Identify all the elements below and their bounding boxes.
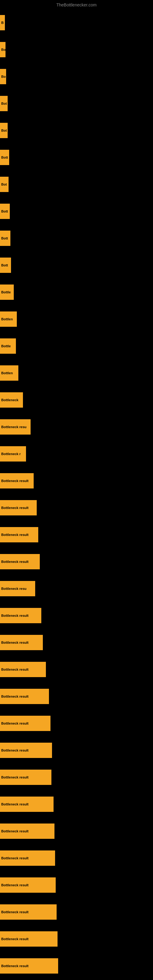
bottleneck-bar: Bottleneck result bbox=[0, 824, 54, 839]
bottleneck-bar: Bottlen bbox=[0, 312, 17, 327]
bottleneck-bar: Bottleneck result bbox=[0, 473, 33, 488]
bar-label: Bottleneck resu bbox=[1, 425, 27, 429]
bar-wrapper: Bottle bbox=[0, 281, 14, 303]
bar-row: Bottleneck result bbox=[0, 764, 153, 791]
bar-label: Bottlen bbox=[1, 317, 13, 321]
bottleneck-bar: Bottle bbox=[0, 339, 16, 354]
bar-label: Bott bbox=[1, 156, 8, 159]
bar-label: Bottleneck result bbox=[1, 479, 29, 483]
bar-label: Bot bbox=[1, 102, 7, 105]
bar-row: Bottleneck resu bbox=[0, 575, 153, 602]
bar-row: Bottleneck resu bbox=[0, 414, 153, 441]
bottleneck-bar: Bottleneck resu bbox=[0, 419, 30, 434]
bar-wrapper: Bottleneck result bbox=[0, 874, 56, 896]
bottleneck-bar: Bottleneck result bbox=[0, 743, 52, 758]
bar-label: Bottleneck result bbox=[1, 937, 29, 941]
bottleneck-bar: Bot bbox=[0, 123, 8, 138]
bar-row: Bottlen bbox=[0, 305, 153, 332]
bottleneck-bar: Bottlen bbox=[0, 365, 18, 381]
bar-row: Bottle bbox=[0, 279, 153, 305]
bar-wrapper: Bott bbox=[0, 254, 11, 276]
bar-wrapper: Bottleneck r bbox=[0, 443, 26, 465]
bar-wrapper: Bott bbox=[0, 227, 10, 249]
bar-label: Bottleneck result bbox=[1, 802, 29, 806]
bar-row: Bottleneck result bbox=[0, 656, 153, 683]
bar-row: Bottleneck result bbox=[0, 872, 153, 899]
bar-row: Bott bbox=[0, 225, 153, 252]
bar-wrapper: Bottleneck bbox=[0, 389, 23, 411]
bar-label: Bottleneck bbox=[1, 398, 18, 402]
bar-row: Bottleneck result bbox=[0, 737, 153, 764]
bar-label: Bottleneck result bbox=[1, 560, 29, 563]
bar-wrapper: Bottleneck result bbox=[0, 955, 58, 977]
bar-wrapper: Bottleneck result bbox=[0, 928, 57, 950]
bottleneck-bar: Bottleneck result bbox=[0, 635, 43, 650]
bar-label: Bott bbox=[1, 210, 8, 213]
bar-row: Bottleneck result bbox=[0, 899, 153, 926]
bar-wrapper: Bottleneck result bbox=[0, 497, 37, 519]
bottleneck-bar: Bottleneck result bbox=[0, 500, 37, 515]
bar-wrapper: Bottleneck result bbox=[0, 524, 38, 546]
bar-label: Bottleneck result bbox=[1, 506, 29, 510]
bottleneck-bar: Bo bbox=[0, 69, 6, 84]
bar-row: Bottleneck result bbox=[0, 845, 153, 872]
bottleneck-bar: Bottleneck result bbox=[0, 877, 56, 893]
bottleneck-bar: Bott bbox=[0, 204, 10, 219]
bar-label: Bottleneck result bbox=[1, 910, 29, 914]
bottleneck-bar: Bottleneck result bbox=[0, 689, 49, 704]
bar-label: Bo bbox=[1, 48, 5, 51]
bar-label: Bottleneck result bbox=[1, 856, 29, 860]
bottleneck-bar: B bbox=[0, 15, 5, 30]
bar-wrapper: Bottleneck result bbox=[0, 686, 49, 708]
bar-wrapper: Bott bbox=[0, 200, 10, 222]
bar-label: Bo bbox=[1, 75, 6, 78]
bar-label: Bottleneck result bbox=[1, 964, 29, 968]
bar-label: Bot bbox=[1, 129, 7, 132]
bar-row: Bottle bbox=[0, 332, 153, 360]
bottleneck-bar: Bot bbox=[0, 177, 9, 192]
bars-container: BBoBoBotBotBottBotBottBottBottBottleBott… bbox=[0, 9, 153, 979]
bar-wrapper: Bottleneck result bbox=[0, 739, 52, 761]
bar-label: Bott bbox=[1, 263, 8, 267]
bar-label: Bottle bbox=[1, 344, 11, 348]
bottleneck-bar: Bottleneck bbox=[0, 392, 23, 407]
bar-row: Bottleneck result bbox=[0, 926, 153, 953]
bar-row: Bot bbox=[0, 171, 153, 198]
bottleneck-bar: Bottleneck result bbox=[0, 608, 41, 623]
bar-row: Bott bbox=[0, 198, 153, 225]
bottleneck-bar: Bottleneck resu bbox=[0, 581, 35, 596]
bar-label: Bott bbox=[1, 236, 8, 240]
bar-label: Bottleneck result bbox=[1, 641, 29, 644]
bar-label: Bottleneck result bbox=[1, 533, 29, 536]
bar-wrapper: Bot bbox=[0, 173, 9, 196]
bar-row: Bottleneck result bbox=[0, 791, 153, 818]
bar-row: Bott bbox=[0, 252, 153, 279]
bar-row: Bottleneck result bbox=[0, 683, 153, 710]
bar-row: Bottleneck result bbox=[0, 629, 153, 656]
bar-wrapper: Bot bbox=[0, 119, 8, 142]
bar-label: Bottleneck result bbox=[1, 695, 29, 698]
bar-row: Bottleneck result bbox=[0, 467, 153, 494]
bar-wrapper: Bottleneck result bbox=[0, 712, 51, 734]
bottleneck-bar: Bottleneck result bbox=[0, 770, 51, 785]
bar-wrapper: Bottleneck result bbox=[0, 793, 54, 815]
bar-row: Bot bbox=[0, 90, 153, 117]
bar-wrapper: Bo bbox=[0, 65, 6, 88]
bottleneck-bar: Bottleneck result bbox=[0, 797, 54, 812]
bottleneck-bar: Bottleneck result bbox=[0, 931, 57, 947]
bar-wrapper: Bottlen bbox=[0, 362, 18, 384]
bar-wrapper: Bottleneck result bbox=[0, 550, 40, 573]
bar-wrapper: Bottleneck result bbox=[0, 847, 55, 869]
bottleneck-bar: Bottleneck result bbox=[0, 904, 57, 920]
bar-wrapper: Bottlen bbox=[0, 308, 17, 330]
bar-wrapper: Bo bbox=[0, 38, 5, 60]
bar-wrapper: Bot bbox=[0, 92, 8, 115]
bar-row: Bottlen bbox=[0, 360, 153, 387]
bottleneck-bar: Bottle bbox=[0, 285, 14, 300]
bar-row: Bot bbox=[0, 117, 153, 144]
bottleneck-bar: Bott bbox=[0, 150, 9, 165]
bar-label: Bot bbox=[1, 183, 7, 186]
bar-row: B bbox=[0, 9, 153, 36]
bar-row: Bottleneck result bbox=[0, 953, 153, 979]
bar-label: Bottleneck result bbox=[1, 775, 29, 779]
